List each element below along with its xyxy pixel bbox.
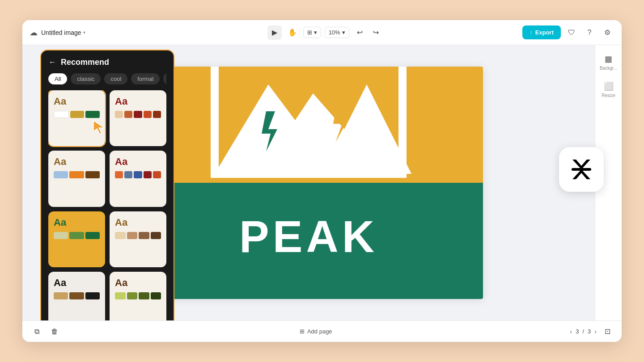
doc-title-text: Untitled image xyxy=(41,29,81,36)
layout-selector[interactable]: ⊞ ▾ xyxy=(303,27,321,38)
background-icon: ▦ xyxy=(605,54,612,64)
filter-tags: All classic cool formal ∨ xyxy=(48,72,166,85)
theme-aa-2: Aa xyxy=(115,96,161,107)
duplicate-page-button[interactable]: ⧉ xyxy=(30,324,44,339)
filter-cool[interactable]: cool xyxy=(104,73,127,84)
swatch xyxy=(115,111,123,118)
main-area: PEAK ← Recommend xyxy=(22,45,622,320)
resize-label: Resize xyxy=(602,93,615,98)
capcup-floating-icon[interactable] xyxy=(559,147,604,192)
swatch xyxy=(85,171,100,178)
theme-card-3[interactable]: Aa xyxy=(48,151,105,206)
resize-panel-item[interactable]: ⬜ Resize xyxy=(597,78,620,101)
theme-card-2[interactable]: Aa xyxy=(110,90,166,146)
theme-card-7[interactable]: Aa xyxy=(48,272,105,320)
swatch xyxy=(85,232,100,239)
hand-tool-button[interactable]: ✋ xyxy=(285,25,300,40)
filter-classic[interactable]: classic xyxy=(71,73,101,84)
theme-aa-6: Aa xyxy=(115,217,161,228)
swatch xyxy=(54,171,68,178)
page-nav: 3 / 3 xyxy=(576,328,591,335)
theme-card-4[interactable]: Aa xyxy=(110,151,166,206)
next-page-button[interactable]: › xyxy=(594,328,597,335)
add-page-icon: ⊞ xyxy=(300,328,305,335)
zoom-level: 10% xyxy=(329,29,340,36)
background-panel-item[interactable]: ▦ Backgr... xyxy=(597,51,620,74)
swatch xyxy=(54,111,69,118)
swatch xyxy=(144,111,152,118)
header-right: ↑ Export 🛡 ? ⚙ xyxy=(522,25,614,40)
peak-text: PEAK xyxy=(239,214,378,268)
swatches-1 xyxy=(54,111,100,118)
delete-page-button[interactable]: 🗑 xyxy=(47,324,62,339)
panel-title: Recommend xyxy=(61,58,109,67)
theme-aa-4: Aa xyxy=(115,156,161,168)
swatch xyxy=(124,111,132,118)
theme-aa-1: Aa xyxy=(54,96,100,107)
canvas-area[interactable]: PEAK ← Recommend xyxy=(22,45,595,320)
swatch xyxy=(139,292,149,299)
swatches-2 xyxy=(115,111,161,118)
settings-icon-button[interactable]: ⚙ xyxy=(600,25,614,40)
svg-rect-4 xyxy=(572,168,591,171)
swatch xyxy=(151,292,161,299)
theme-card-6[interactable]: Aa xyxy=(110,211,166,267)
swatches-8 xyxy=(115,292,161,299)
swatches-4 xyxy=(115,171,161,178)
theme-aa-3: Aa xyxy=(54,156,100,168)
bottom-toolbar: ⧉ 🗑 ⊞ Add page ‹ 3 / 3 › ⊡ xyxy=(22,320,622,342)
swatch xyxy=(115,171,123,178)
swatch xyxy=(124,171,132,178)
swatch xyxy=(70,111,85,118)
help-icon-button[interactable]: ? xyxy=(582,25,597,40)
add-page-button[interactable]: ⊞ Add page xyxy=(295,325,337,337)
swatches-6 xyxy=(115,232,161,239)
fullscreen-button[interactable]: ⊡ xyxy=(600,324,614,339)
filter-more-button[interactable]: ∨ xyxy=(163,72,166,85)
peak-bottom-section: PEAK xyxy=(134,183,483,299)
add-page-label: Add page xyxy=(307,328,332,335)
resize-icon: ⬜ xyxy=(604,81,614,91)
swatch xyxy=(69,171,84,178)
shield-icon-button[interactable]: 🛡 xyxy=(564,25,579,40)
theme-card-5[interactable]: Aa xyxy=(48,211,105,267)
background-label: Backgr... xyxy=(600,66,617,71)
doc-title-button[interactable]: Untitled image ▾ xyxy=(41,29,85,36)
theme-grid: Aa Aa xyxy=(48,90,166,320)
theme-card-1[interactable]: Aa xyxy=(48,90,105,146)
theme-card-8[interactable]: Aa xyxy=(110,272,166,320)
swatch xyxy=(115,232,126,239)
swatch xyxy=(115,292,126,299)
doc-title-chevron: ▾ xyxy=(83,30,85,35)
cloud-icon: ☁ xyxy=(30,28,38,38)
swatch xyxy=(127,292,138,299)
filter-all[interactable]: All xyxy=(48,73,67,84)
swatch xyxy=(54,232,68,239)
bottom-center: ⊞ Add page xyxy=(67,325,565,337)
bottom-right: ‹ 3 / 3 › ⊡ xyxy=(570,324,614,339)
page-separator: / xyxy=(582,328,584,335)
swatches-5 xyxy=(54,232,100,239)
swatches-3 xyxy=(54,171,100,178)
back-button[interactable]: ← xyxy=(48,58,56,67)
redo-button[interactable]: ↪ xyxy=(369,25,383,40)
swatch xyxy=(139,232,149,239)
theme-aa-7: Aa xyxy=(54,277,100,289)
page-current: 3 xyxy=(576,328,579,335)
canvas-content: PEAK xyxy=(134,67,483,299)
swatch xyxy=(69,292,84,299)
play-button[interactable]: ▶ xyxy=(267,25,282,40)
swatch xyxy=(134,111,142,118)
zoom-selector[interactable]: 10% ▾ xyxy=(325,27,349,38)
export-label: Export xyxy=(535,29,554,36)
header-center: ▶ ✋ ⊞ ▾ 10% ▾ ↩ ↪ xyxy=(133,25,517,40)
prev-page-button[interactable]: ‹ xyxy=(570,328,572,335)
bottom-left: ⧉ 🗑 xyxy=(30,324,62,339)
panel-header: ← Recommend xyxy=(48,58,166,67)
swatch xyxy=(144,171,152,178)
undo-redo-group: ↩ ↪ xyxy=(353,25,383,40)
export-button[interactable]: ↑ Export xyxy=(522,25,561,39)
undo-button[interactable]: ↩ xyxy=(353,25,367,40)
filter-formal[interactable]: formal xyxy=(131,73,160,84)
mountain-svg xyxy=(179,67,438,183)
